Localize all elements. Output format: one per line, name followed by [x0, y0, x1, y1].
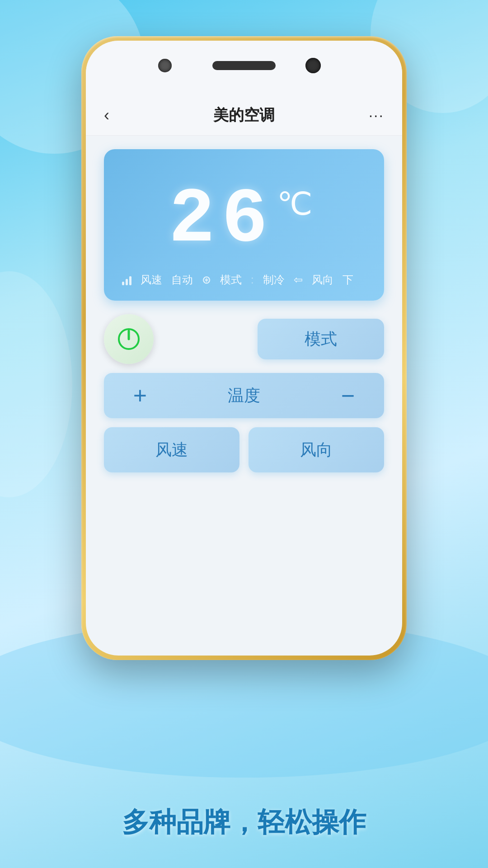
- temperature-value: 26℃: [122, 167, 366, 273]
- phone-top-bar: [86, 41, 402, 95]
- power-icon: [116, 326, 141, 352]
- temp-decrease-button[interactable]: −: [334, 384, 361, 407]
- wind-bar-1: [122, 282, 124, 285]
- temperature-unit: ℃: [277, 185, 319, 224]
- temperature-control-row[interactable]: + 温度 −: [104, 373, 384, 418]
- app-header: ‹ 美的空调 ···: [86, 95, 402, 136]
- temperature-display-panel: 26℃ 风速 自动 ⊛ 模式 : 制冷 ⇦: [104, 149, 384, 301]
- bottom-tagline: 多种品牌，轻松操作: [0, 804, 488, 841]
- wind-dir-icon: ⇦: [294, 274, 303, 286]
- earpiece-speaker: [212, 61, 276, 70]
- wind-speed-label: 风速: [141, 273, 162, 287]
- back-button[interactable]: ‹: [104, 106, 131, 125]
- wind-controls-row: 风速 风向: [104, 427, 384, 472]
- power-button[interactable]: [104, 314, 154, 364]
- wind-bar-3: [129, 276, 131, 285]
- phone-outer-shell: ‹ 美的空调 ··· 26℃: [81, 36, 407, 660]
- power-mode-row: 模式: [104, 314, 384, 364]
- wind-dir-label: 风向: [312, 273, 333, 287]
- page-title: 美的空调: [131, 105, 357, 126]
- wind-speed-button[interactable]: 风速: [104, 427, 239, 472]
- front-camera-right: [305, 58, 321, 73]
- temperature-info-row: 风速 自动 ⊛ 模式 : 制冷 ⇦ 风向 下: [122, 273, 366, 287]
- more-options-button[interactable]: ···: [357, 106, 384, 124]
- temperature-label: 温度: [228, 385, 260, 407]
- wind-dir-value: 下: [343, 273, 353, 287]
- temperature-digits: 26: [169, 176, 274, 264]
- wind-direction-button[interactable]: 风向: [249, 427, 384, 472]
- mode-separator: :: [251, 274, 254, 286]
- mode-value: 制冷: [263, 273, 285, 287]
- temp-increase-button[interactable]: +: [127, 384, 154, 407]
- app-content: 26℃ 风速 自动 ⊛ 模式 : 制冷 ⇦: [86, 136, 402, 486]
- mode-label: 模式: [220, 273, 242, 287]
- wind-bar-2: [126, 279, 128, 285]
- mode-icon: ⊛: [202, 274, 211, 286]
- phone-screen: ‹ 美的空调 ··· 26℃: [86, 41, 402, 656]
- phone-device: ‹ 美的空调 ··· 26℃: [81, 36, 407, 660]
- wind-speed-icon: [122, 274, 131, 285]
- bg-wave-mid-left: [0, 271, 72, 497]
- front-camera-left: [158, 59, 172, 72]
- controls-area: 模式 + 温度 − 风速 风向: [104, 314, 384, 472]
- wind-speed-value: 自动: [171, 273, 193, 287]
- mode-button[interactable]: 模式: [258, 319, 384, 359]
